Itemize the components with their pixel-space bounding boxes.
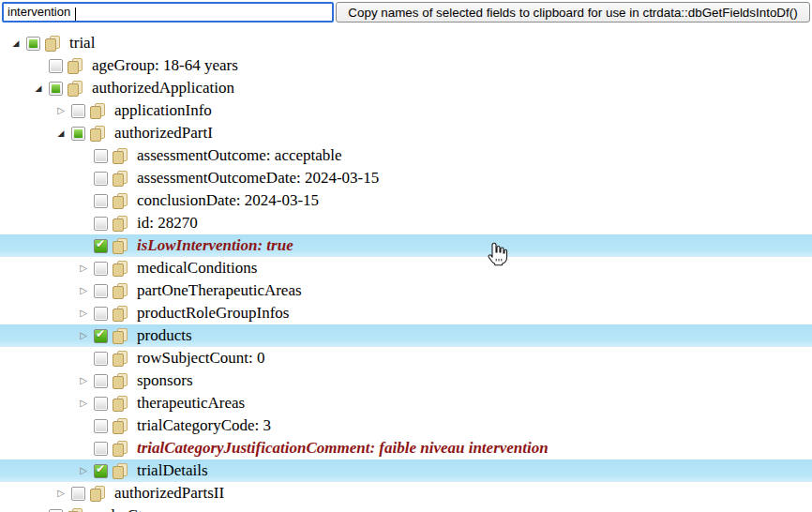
expand-arrow-icon[interactable]: ▷ — [80, 465, 87, 475]
folder-cell — [90, 103, 113, 119]
checkbox-unchecked-icon[interactable] — [94, 284, 108, 298]
checkbox-unchecked-icon[interactable] — [94, 352, 108, 366]
tree-node-row[interactable]: ▷ therapeuticAreas — [0, 392, 812, 414]
expand-arrow-icon[interactable]: ▷ — [57, 105, 65, 115]
node-label[interactable]: authorizedPartI — [114, 124, 213, 143]
checkbox-unchecked-icon[interactable] — [94, 374, 108, 388]
tree-node-row[interactable]: isLowIntervention: true — [0, 234, 812, 257]
expand-arrow-icon[interactable]: ▷ — [57, 488, 65, 498]
node-label[interactable]: productRoleGroupInfos — [137, 304, 289, 323]
tree-node-row[interactable]: ▷ authorizedPartsII — [0, 482, 812, 504]
folder-cell — [113, 418, 135, 434]
node-label[interactable]: assessmentOutcome: acceptable — [137, 146, 342, 165]
checkbox-unchecked-icon[interactable] — [94, 172, 108, 186]
expand-arrow-icon[interactable]: ▷ — [80, 308, 87, 318]
tree-node-row[interactable]: ▷ eudraCt — [0, 504, 812, 512]
checkbox-unchecked-icon[interactable] — [49, 509, 63, 512]
checkbox-unchecked-icon[interactable] — [71, 104, 85, 118]
node-label[interactable]: assessmentOutcomeDate: 2024-03-15 — [137, 169, 379, 188]
tree-node-row[interactable]: ▷ sponsors — [0, 369, 812, 392]
node-label[interactable]: trialCategoryCode: 3 — [137, 416, 271, 435]
tree-node-row[interactable]: ▷ productRoleGroupInfos — [0, 302, 812, 324]
tree-node-row[interactable]: id: 28270 — [0, 212, 812, 234]
folder-cell — [113, 171, 135, 187]
node-label[interactable]: conclusionDate: 2024-03-15 — [137, 191, 319, 210]
tree-node-row[interactable]: rowSubjectCount: 0 — [0, 347, 812, 369]
checkbox-unchecked-icon[interactable] — [94, 397, 108, 411]
indent-spacer — [0, 88, 28, 89]
node-label[interactable]: authorizedApplication — [92, 79, 234, 98]
expand-arrow-icon[interactable]: ▷ — [80, 375, 87, 385]
node-label[interactable]: ageGroup: 18-64 years — [92, 56, 238, 75]
node-label[interactable]: isLowIntervention: true — [137, 236, 293, 255]
node-label[interactable]: trialCategoryJustificationComment: faibl… — [137, 439, 549, 458]
tree-node-row[interactable]: ▷ applicationInfo — [0, 99, 812, 122]
indent-spacer — [0, 66, 28, 67]
tree-node-row[interactable]: trialCategoryJustificationComment: faibl… — [0, 437, 812, 459]
node-label[interactable]: sponsors — [137, 371, 193, 390]
checkbox-unchecked-icon[interactable] — [94, 217, 108, 231]
checkbox-cell — [71, 104, 90, 118]
tree-node-row[interactable]: ▷ products — [0, 324, 812, 347]
node-label[interactable]: id: 28270 — [137, 214, 198, 233]
collapse-arrow-icon[interactable]: ◢ — [13, 38, 20, 48]
checkbox-checked-icon[interactable] — [94, 464, 108, 478]
tree-node-row[interactable]: ▷ trialDetails — [0, 459, 812, 482]
checkbox-unchecked-icon[interactable] — [71, 487, 85, 501]
tree-node-row[interactable]: ◢ trial — [0, 32, 812, 54]
node-label[interactable]: medicalConditions — [137, 259, 257, 278]
checkbox-partial-icon[interactable] — [49, 82, 63, 96]
checkbox-checked-icon[interactable] — [94, 239, 108, 253]
node-label[interactable]: trialDetails — [137, 461, 208, 480]
expand-arrow-icon[interactable]: ▷ — [80, 330, 87, 340]
expand-arrow-icon[interactable]: ▷ — [80, 285, 87, 295]
checkbox-unchecked-icon[interactable] — [94, 442, 108, 456]
node-label[interactable]: partOneTherapeuticAreas — [137, 281, 302, 300]
folder-icon — [113, 373, 128, 389]
checkbox-cell — [94, 307, 113, 321]
folder-cell — [113, 351, 135, 367]
collapse-arrow-icon[interactable]: ◢ — [58, 128, 65, 138]
copy-fields-button[interactable]: Copy names of selected fields to clipboa… — [336, 2, 810, 23]
tree-node-row[interactable]: assessmentOutcome: acceptable — [0, 144, 812, 167]
node-label[interactable]: therapeuticAreas — [137, 394, 245, 413]
expander-cell: ▷ — [51, 482, 71, 504]
expand-arrow-icon[interactable]: ▷ — [80, 398, 87, 408]
folder-cell — [113, 328, 135, 344]
checkbox-partial-icon[interactable] — [71, 127, 85, 141]
collapse-arrow-icon[interactable]: ◢ — [36, 83, 42, 93]
tree-node-row[interactable]: ▷ medicalConditions — [0, 257, 812, 279]
expand-arrow-icon[interactable]: ▷ — [80, 263, 87, 273]
folder-icon — [113, 238, 128, 254]
search-input[interactable]: intervention — [2, 2, 334, 23]
tree-node-row[interactable]: assessmentOutcomeDate: 2024-03-15 — [0, 167, 812, 189]
folder-icon — [113, 418, 128, 434]
tree-node-row[interactable]: ageGroup: 18-64 years — [0, 54, 812, 77]
node-label[interactable]: products — [137, 326, 192, 345]
node-label[interactable]: authorizedPartsII — [114, 484, 224, 503]
checkbox-unchecked-icon[interactable] — [49, 59, 63, 73]
checkbox-unchecked-icon[interactable] — [94, 419, 108, 433]
tree-node-row[interactable]: ◢ authorizedPartI — [0, 122, 812, 144]
tree-node-row[interactable]: trialCategoryCode: 3 — [0, 414, 812, 437]
checkbox-unchecked-icon[interactable] — [94, 149, 108, 163]
folder-icon — [45, 36, 60, 52]
checkbox-unchecked-icon[interactable] — [94, 194, 108, 208]
node-label[interactable]: eudraCt — [92, 506, 143, 512]
checkbox-unchecked-icon[interactable] — [94, 262, 108, 276]
folder-icon — [68, 508, 83, 512]
node-label[interactable]: applicationInfo — [114, 101, 212, 120]
checkbox-partial-icon[interactable] — [26, 37, 40, 51]
node-label[interactable]: trial — [69, 34, 95, 53]
tree-node-row[interactable]: conclusionDate: 2024-03-15 — [0, 189, 812, 212]
expander-cell: ▷ — [73, 302, 94, 324]
node-label[interactable]: rowSubjectCount: 0 — [137, 349, 264, 368]
tree-node-row[interactable]: ◢ authorizedApplication — [0, 77, 812, 99]
checkbox-checked-icon[interactable] — [94, 329, 108, 343]
folder-icon — [68, 58, 83, 74]
checkbox-unchecked-icon[interactable] — [94, 307, 108, 321]
folder-icon — [68, 81, 83, 97]
expander-cell: ▷ — [73, 459, 94, 482]
tree-node-row[interactable]: ▷ partOneTherapeuticAreas — [0, 279, 812, 302]
folder-icon — [113, 351, 128, 367]
